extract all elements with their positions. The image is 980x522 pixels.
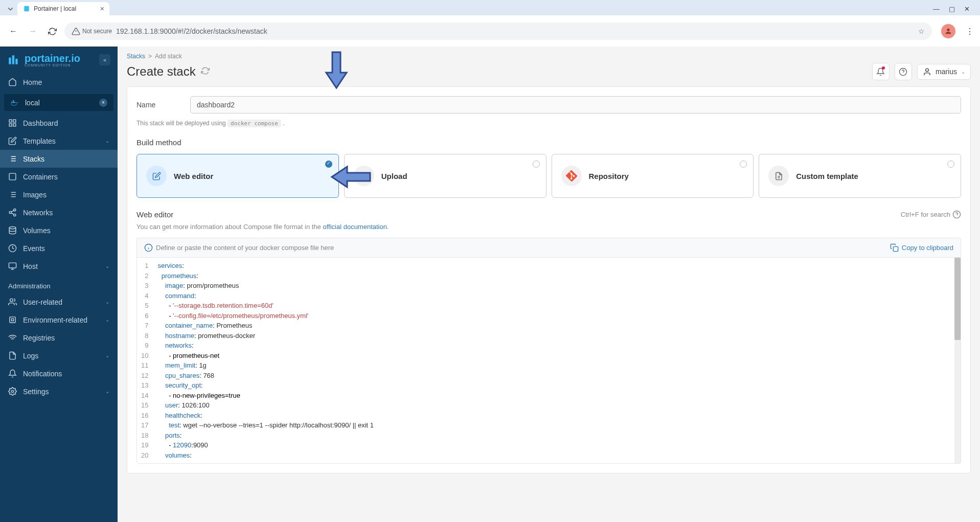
sidebar-item-settings[interactable]: Settings ⌄ <box>0 382 118 400</box>
portainer-logo[interactable]: portainer.io COMMUNITY EDITION <box>7 53 80 67</box>
users-icon <box>8 298 17 306</box>
svg-point-24 <box>9 211 11 213</box>
svg-line-27 <box>11 213 14 215</box>
sidebar-item-networks[interactable]: Networks <box>0 203 118 221</box>
build-method-web-editor[interactable]: Web editor <box>136 154 339 198</box>
svg-point-36 <box>11 390 13 392</box>
tab-close-icon[interactable]: × <box>100 5 104 13</box>
tab-favicon <box>22 5 31 13</box>
help-button[interactable] <box>895 63 912 80</box>
sidebar-item-dashboard[interactable]: Dashboard <box>0 114 118 132</box>
svg-rect-4 <box>15 59 17 64</box>
editor-toolbar: Define or paste the content of your dock… <box>136 238 961 257</box>
registries-icon <box>8 333 17 342</box>
security-badge[interactable]: Not secure <box>72 27 112 36</box>
page-header: Create stack marius ⌄ <box>118 62 980 86</box>
browser-menu-icon[interactable]: ⋮ <box>966 27 974 36</box>
svg-point-25 <box>14 214 16 216</box>
chevron-down-icon: ⌄ <box>105 299 109 305</box>
window-controls: — ▢ ✕ <box>933 5 976 13</box>
nav-refresh-icon[interactable] <box>45 24 59 38</box>
sidebar-item-events[interactable]: Events <box>0 239 118 257</box>
build-method-repository[interactable]: Repository <box>552 154 754 198</box>
chevron-down-icon: ⌄ <box>105 389 109 394</box>
tab-strip-left[interactable] <box>5 4 15 14</box>
window-maximize[interactable]: ▢ <box>949 5 955 13</box>
tab-title: Portainer | local <box>34 5 97 12</box>
compose-editor[interactable]: 1234567891011121314151617181920 services… <box>136 257 961 464</box>
radio-icon <box>533 161 540 168</box>
build-methods: Web editor Upload Repository <box>136 154 961 198</box>
networks-icon <box>8 208 17 217</box>
line-numbers: 1234567891011121314151617181920 <box>137 258 153 463</box>
svg-rect-19 <box>9 173 16 180</box>
window-close[interactable]: ✕ <box>964 5 970 13</box>
sidebar-item-volumes[interactable]: Volumes <box>0 221 118 239</box>
main-content: Stacks > Add stack Create stack <box>118 47 980 522</box>
bookmark-star-icon[interactable]: ☆ <box>918 27 925 35</box>
svg-rect-10 <box>13 120 16 122</box>
browser-nav-bar: ← → Not secure 192.168.1.18:9000/#!/2/do… <box>0 15 980 47</box>
svg-line-26 <box>11 211 14 212</box>
copy-to-clipboard-button[interactable]: Copy to clipboard <box>890 243 953 252</box>
sidebar-section-admin: Administration <box>0 275 118 293</box>
user-menu[interactable]: marius ⌄ <box>917 64 971 80</box>
breadcrumb-stacks[interactable]: Stacks <box>127 53 145 60</box>
notification-dot <box>882 66 885 70</box>
svg-rect-34 <box>10 317 15 323</box>
refresh-icon[interactable] <box>201 66 210 77</box>
name-label: Name <box>136 101 180 109</box>
sidebar-header: portainer.io COMMUNITY EDITION « <box>0 47 118 73</box>
sidebar-item-stacks[interactable]: Stacks <box>0 150 118 168</box>
svg-rect-35 <box>11 319 13 321</box>
template-icon <box>768 166 789 186</box>
volumes-icon <box>8 226 17 235</box>
sidebar-item-host[interactable]: Host ⌄ <box>0 257 118 275</box>
nav-forward-icon: → <box>26 24 40 38</box>
chevron-down-icon: ⌄ <box>961 69 965 75</box>
git-icon <box>561 166 582 186</box>
doc-link[interactable]: official documentation <box>323 223 387 231</box>
sidebar-environment-local[interactable]: local × <box>4 94 113 111</box>
sidebar-item-templates[interactable]: Templates ⌄ <box>0 132 118 150</box>
home-icon <box>8 78 17 86</box>
sidebar-item-images[interactable]: Images <box>0 186 118 203</box>
tab-bar: Portainer | local × — ▢ ✕ <box>0 0 980 15</box>
sidebar: portainer.io COMMUNITY EDITION « Home lo… <box>0 47 118 522</box>
sidebar-item-notifications[interactable]: Notifications <box>0 365 118 382</box>
svg-point-39 <box>926 69 929 72</box>
window-minimize[interactable]: — <box>933 5 940 13</box>
build-method-upload[interactable]: Upload <box>344 154 546 198</box>
build-method-custom-template[interactable]: Custom template <box>759 154 961 198</box>
sidebar-item-containers[interactable]: Containers <box>0 168 118 186</box>
events-icon <box>8 244 17 253</box>
chevron-down-icon: ⌄ <box>105 353 109 358</box>
notifications-button[interactable] <box>872 63 890 80</box>
svg-point-23 <box>14 209 16 211</box>
editor-desc: You can get more information about Compo… <box>136 223 961 231</box>
sidebar-item-logs[interactable]: Logs ⌄ <box>0 347 118 365</box>
page-title: Create stack <box>127 64 210 79</box>
editor-scrollbar[interactable] <box>954 258 961 463</box>
browser-tab[interactable]: Portainer | local × <box>17 2 109 15</box>
stack-name-input[interactable] <box>190 96 961 114</box>
chevron-down-icon: ⌄ <box>105 138 109 144</box>
logs-icon <box>8 351 17 360</box>
profile-avatar[interactable] <box>941 24 955 38</box>
sidebar-item-environment-related[interactable]: Environment-related ⌄ <box>0 311 118 329</box>
radio-icon <box>740 161 747 168</box>
url-bar[interactable]: Not secure 192.168.1.18:9000/#!/2/docker… <box>64 22 932 40</box>
deploy-note: This stack will be deployed using docker… <box>136 120 961 127</box>
env-close-icon[interactable]: × <box>99 99 107 107</box>
edit-icon <box>146 166 167 186</box>
code-content[interactable]: services: prometheus: image: prom/promet… <box>153 258 961 463</box>
svg-rect-7 <box>14 102 15 103</box>
sidebar-collapse-button[interactable]: « <box>99 54 110 65</box>
sidebar-item-user-related[interactable]: User-related ⌄ <box>0 293 118 311</box>
sidebar-item-home[interactable]: Home <box>0 73 118 91</box>
host-icon <box>8 262 17 270</box>
nav-back-icon[interactable]: ← <box>6 24 20 38</box>
breadcrumb: Stacks > Add stack <box>118 47 980 62</box>
radio-selected-icon <box>325 161 332 168</box>
sidebar-item-registries[interactable]: Registries <box>0 329 118 347</box>
